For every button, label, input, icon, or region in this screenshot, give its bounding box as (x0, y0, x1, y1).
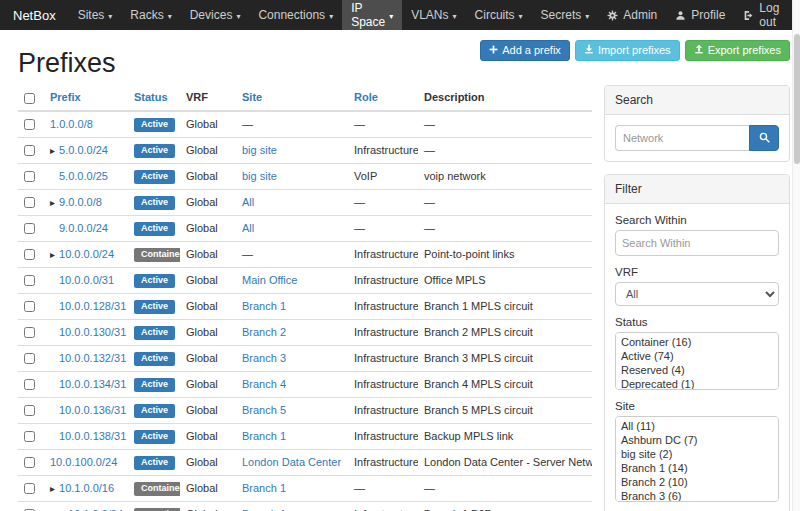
column-header-role[interactable]: Role (354, 91, 378, 103)
prefix-link[interactable]: 10.0.0.134/31 (59, 378, 126, 390)
row-checkbox[interactable] (24, 301, 35, 312)
description-cell: — (418, 215, 592, 241)
nav-item-connections[interactable]: Connections▾ (249, 0, 342, 30)
filter-option[interactable]: big site (2) (618, 447, 776, 461)
row-checkbox[interactable] (24, 249, 35, 260)
site-link[interactable]: Branch 1 (242, 300, 286, 312)
filter-option[interactable]: Branch 2 (10) (618, 475, 776, 489)
nav-item-racks[interactable]: Racks▾ (121, 0, 180, 30)
site-link[interactable]: Branch 1 (242, 430, 286, 442)
filter-option[interactable]: Ashburn DC (7) (618, 433, 776, 447)
role-cell: Infrastructure (348, 397, 418, 423)
export-prefixes-button[interactable]: Export prefixes (685, 40, 790, 61)
page-scrollbar[interactable] (792, 0, 800, 511)
select-all-checkbox[interactable] (24, 93, 35, 104)
nav-item-ip-space[interactable]: IP Space▾ (342, 0, 402, 30)
row-checkbox[interactable] (24, 353, 35, 364)
user-icon (675, 10, 686, 21)
prefix-link[interactable]: 10.0.0.0/31 (59, 274, 114, 286)
prefix-link[interactable]: 9.0.0.0/8 (59, 196, 102, 208)
site-link[interactable]: big site (242, 170, 277, 182)
site-link[interactable]: Main Office (242, 274, 297, 286)
vrf-cell: Global (180, 241, 236, 267)
prefix-link[interactable]: 10.0.100.0/24 (50, 456, 117, 468)
row-checkbox[interactable] (24, 327, 35, 338)
admin-link[interactable]: Admin (598, 0, 666, 30)
role-cell: Infrastructure (348, 501, 418, 511)
prefix-link[interactable]: 10.0.0.138/31 (59, 430, 126, 442)
profile-link[interactable]: Profile (666, 0, 734, 30)
nav-item-label: VLANs (411, 8, 448, 22)
filter-option[interactable]: Branch 3 (6) (618, 489, 776, 502)
nav-item-sites[interactable]: Sites▾ (69, 0, 122, 30)
filter-option[interactable]: Active (74) (618, 349, 776, 363)
nav-item-vlans[interactable]: VLANs▾ (402, 0, 465, 30)
navbar-right: Admin Profile Log out (598, 0, 800, 30)
search-within-input[interactable] (615, 230, 779, 256)
expand-arrow-icon[interactable]: ▸ (50, 249, 55, 260)
site-select[interactable]: All (11)Ashburn DC (7)big site (2)Branch… (615, 416, 779, 502)
nav-item-label: Secrets (541, 8, 582, 22)
expand-arrow-icon[interactable]: ▸ (50, 197, 55, 208)
site-link[interactable]: Branch 5 (242, 404, 286, 416)
row-checkbox[interactable] (24, 379, 35, 390)
row-checkbox[interactable] (24, 145, 35, 156)
prefix-link[interactable]: 5.0.0.0/24 (59, 144, 108, 156)
filter-option[interactable]: Reserved (4) (618, 363, 776, 377)
prefix-link[interactable]: 10.0.0.130/31 (59, 326, 126, 338)
column-header-site[interactable]: Site (242, 91, 262, 103)
prefix-link[interactable]: 10.0.0.136/31 (59, 404, 126, 416)
search-button[interactable] (749, 125, 779, 151)
row-checkbox[interactable] (24, 483, 35, 494)
vrf-cell: Global (180, 449, 236, 475)
prefix-link[interactable]: 10.0.0.128/31 (59, 300, 126, 312)
status-badge: Active (134, 196, 175, 210)
description-cell: voip network (418, 163, 592, 189)
search-input[interactable] (615, 125, 749, 151)
expand-arrow-icon[interactable]: ▸ (50, 145, 55, 156)
site-cell: Branch 1 (236, 475, 348, 501)
expand-arrow-icon[interactable]: ▸ (50, 483, 55, 494)
site-link[interactable]: big site (242, 144, 277, 156)
prefix-link[interactable]: 10.0.0.0/24 (59, 248, 114, 260)
column-header-status[interactable]: Status (134, 91, 168, 103)
status-select[interactable]: Container (16)Active (74)Reserved (4)Dep… (615, 332, 779, 390)
prefix-link[interactable]: 10.0.0.132/31 (59, 352, 126, 364)
prefix-link[interactable]: 5.0.0.0/25 (59, 170, 108, 182)
scrollbar-thumb[interactable] (794, 34, 800, 164)
logout-link[interactable]: Log out (734, 0, 800, 30)
filter-option[interactable]: All (11) (618, 419, 776, 433)
column-header-prefix[interactable]: Prefix (50, 91, 81, 103)
site-link[interactable]: London Data Center (242, 456, 341, 468)
row-checkbox[interactable] (24, 223, 35, 234)
row-checkbox[interactable] (24, 119, 35, 130)
add-prefix-button[interactable]: Add a prefix (480, 40, 570, 61)
row-checkbox[interactable] (24, 275, 35, 286)
vrf-select[interactable]: All (615, 282, 779, 306)
row-checkbox[interactable] (24, 171, 35, 182)
import-prefixes-button[interactable]: Import prefixes (575, 40, 680, 61)
filter-option[interactable]: Branch 1 (14) (618, 461, 776, 475)
site-cell: big site (236, 163, 348, 189)
nav-item-circuits[interactable]: Circuits▾ (466, 0, 532, 30)
site-link[interactable]: All (242, 196, 254, 208)
site-cell: big site (236, 137, 348, 163)
row-checkbox[interactable] (24, 197, 35, 208)
prefix-link[interactable]: 10.1.0.0/16 (59, 482, 114, 494)
site-link[interactable]: Branch 1 (242, 482, 286, 494)
prefix-link[interactable]: 9.0.0.0/24 (59, 222, 108, 234)
row-checkbox[interactable] (24, 457, 35, 468)
nav-item-secrets[interactable]: Secrets▾ (532, 0, 599, 30)
row-checkbox[interactable] (24, 405, 35, 416)
site-link[interactable]: Branch 3 (242, 352, 286, 364)
nav-item-devices[interactable]: Devices▾ (181, 0, 250, 30)
prefix-link[interactable]: 1.0.0.0/8 (50, 118, 93, 130)
brand-logo[interactable]: NetBox (0, 0, 69, 30)
filter-option[interactable]: Deprecated (1) (618, 377, 776, 390)
row-checkbox[interactable] (24, 431, 35, 442)
site-link[interactable]: Branch 2 (242, 326, 286, 338)
site-link[interactable]: All (242, 222, 254, 234)
filter-option[interactable]: Container (16) (618, 335, 776, 349)
site-link[interactable]: Branch 4 (242, 378, 286, 390)
description-cell: Branch 5 MPLS circuit (418, 397, 592, 423)
